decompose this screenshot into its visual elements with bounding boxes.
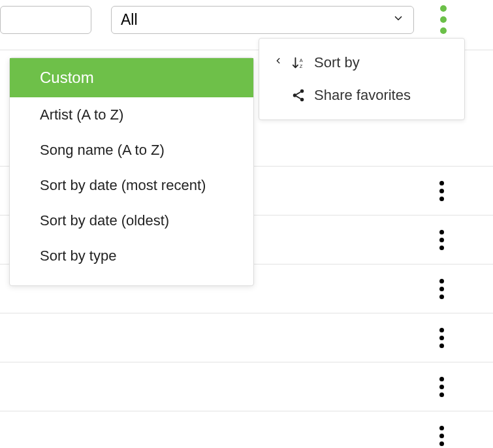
sort-options-menu: CustomArtist (A to Z)Song name (A to Z)S… — [9, 57, 254, 286]
row-more-icon[interactable] — [439, 181, 444, 201]
filter-input[interactable] — [0, 6, 91, 34]
sort-option-custom[interactable]: Custom — [10, 58, 253, 97]
filter-dropdown-value: All — [121, 11, 138, 29]
svg-text:Z: Z — [300, 63, 303, 69]
sort-option-type[interactable]: Sort by type — [10, 238, 253, 274]
svg-line-7 — [296, 92, 300, 95]
sort-option-song[interactable]: Song name (A to Z) — [10, 133, 253, 168]
list-row — [0, 411, 493, 448]
svg-point-4 — [293, 93, 297, 97]
top-bar: All — [0, 0, 493, 39]
sort-az-icon: A Z — [291, 55, 306, 71]
svg-line-6 — [296, 96, 300, 99]
share-favorites-menu-item[interactable]: Share favorites — [259, 79, 464, 112]
sort-option-date_oldest[interactable]: Sort by date (oldest) — [10, 203, 253, 238]
chevron-down-icon — [392, 12, 404, 27]
filter-dropdown[interactable]: All — [111, 6, 414, 34]
chevron-left-icon — [274, 54, 283, 71]
sort-option-artist[interactable]: Artist (A to Z) — [10, 97, 253, 133]
svg-point-5 — [300, 98, 304, 102]
more-options-icon[interactable] — [440, 5, 447, 34]
share-icon — [291, 88, 306, 103]
share-label: Share favorites — [314, 87, 411, 104]
row-more-icon[interactable] — [439, 377, 444, 397]
sort-by-menu-item[interactable]: A Z Sort by — [259, 46, 464, 79]
sort-by-label: Sort by — [314, 54, 360, 71]
svg-text:A: A — [300, 57, 303, 63]
svg-point-3 — [300, 89, 304, 93]
row-more-icon[interactable] — [439, 426, 444, 446]
row-more-icon[interactable] — [439, 279, 444, 299]
context-menu: A Z Sort by Share favorites — [259, 38, 465, 120]
list-row — [0, 362, 493, 411]
row-more-icon[interactable] — [439, 328, 444, 348]
list-row — [0, 313, 493, 362]
sort-option-date_recent[interactable]: Sort by date (most recent) — [10, 168, 253, 203]
row-more-icon[interactable] — [439, 230, 444, 250]
